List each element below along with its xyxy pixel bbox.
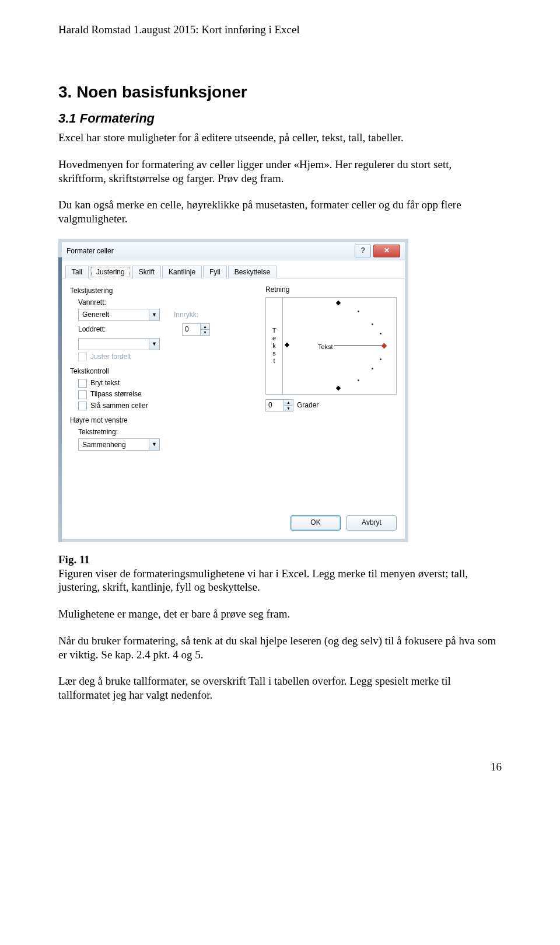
label-innrykk: Innrykk: [174,311,198,319]
tab-justering[interactable]: Justering [90,266,131,278]
group-label-retning: Retning [265,285,397,294]
figure-caption: Fig. 11 Figuren viser de formateringsmul… [58,553,502,594]
grader-value: 0 [266,401,284,409]
orientation-handle[interactable] [382,343,387,348]
grader-spinner[interactable]: 0 ▲▼ [265,399,293,412]
dialog-title: Formater celler [66,247,352,255]
group-label-hoyre-mot-venstre: Høyre mot venstre [70,416,251,424]
orientation-vertical-text[interactable]: Tekst [266,298,283,394]
label-vannrett: Vannrett: [70,298,113,306]
label-juster-fordelt: Juster fordelt [90,353,131,361]
innrykk-value: 0 [183,325,200,333]
paragraph: Excel har store muligheter for å editere… [58,131,502,145]
help-button[interactable]: ? [355,245,371,257]
document-header: Harald Romstad 1.august 2015: Kort innfø… [58,23,502,36]
orientation-text-label: Tekst [318,343,333,350]
checkbox-tilpass-storrelse[interactable]: Tilpass størrelse [70,390,251,399]
label-grader: Grader [297,401,318,409]
heading-subsection: 3.1 Formatering [58,111,502,126]
vannrett-value: Generelt [79,311,149,319]
label-bryt-tekst: Bryt tekst [90,379,120,387]
tab-beskyttelse[interactable]: Beskyttelse [228,266,276,278]
tab-tall[interactable]: Tall [65,266,89,278]
paragraph: Mulighetene er mange, det er bare å prøv… [58,607,502,621]
paragraph: Når du bruker formatering, så tenk at du… [58,634,502,662]
tabs-row: Tall Justering Skrift Kantlinje Fyll Bes… [62,260,405,278]
checkbox-icon [78,402,87,410]
label-loddrett: Loddrett: [70,325,113,333]
tab-fyll[interactable]: Fyll [203,266,227,278]
tekstretning-combo[interactable]: Sammenheng ▼ [78,438,160,451]
dialog-titlebar: Formater celler ? ✕ [62,242,405,260]
paragraph: Hovedmenyen for formatering av celler li… [58,158,502,186]
ok-button[interactable]: OK [290,515,341,531]
close-button[interactable]: ✕ [373,245,400,257]
label-tilpass: Tilpass størrelse [90,390,142,398]
checkbox-icon [78,390,87,399]
vannrett-combo[interactable]: Generelt ▼ [78,309,160,321]
checkbox-icon [78,379,87,388]
orientation-widget[interactable]: Tekst Tekst [265,297,397,395]
checkbox-icon [78,353,87,361]
loddrett-combo[interactable]: ▼ [78,338,160,350]
caption-text: Figuren viser de formateringsmulighetene… [58,567,468,594]
group-label-tekstjustering: Tekstjustering [70,287,251,295]
spinner-buttons[interactable]: ▲▼ [200,324,209,335]
checkbox-bryt-tekst[interactable]: Bryt tekst [70,379,251,388]
page-number: 16 [58,761,502,773]
label-sla-sammen: Slå sammen celler [90,402,148,410]
group-label-tekstkontroll: Tekstkontroll [70,367,251,375]
paragraph: Du kan også merke en celle, høyreklikke … [58,198,502,226]
label-tekstretning: Tekstretning: [70,428,125,436]
orientation-dial[interactable]: Tekst [283,298,396,394]
caption-lead: Fig. 11 [58,553,90,566]
heading-section: 3. Noen basisfunksjoner [58,83,502,102]
chevron-down-icon: ▼ [149,309,159,320]
spinner-buttons[interactable]: ▲▼ [284,400,293,411]
checkbox-sla-sammen[interactable]: Slå sammen celler [70,402,251,410]
tab-skrift[interactable]: Skrift [132,266,161,278]
innrykk-spinner[interactable]: 0 ▲▼ [182,323,210,336]
checkbox-juster-fordelt: Juster fordelt [70,353,251,361]
paragraph: Lær deg å bruke tallformater, se overskr… [58,674,502,702]
format-cells-dialog: Formater celler ? ✕ Tall Justering Skrif… [58,239,408,542]
chevron-down-icon: ▼ [149,439,159,450]
chevron-down-icon: ▼ [149,339,159,350]
tekstretning-value: Sammenheng [79,441,149,449]
cancel-button[interactable]: Avbryt [346,515,397,531]
tab-kantlinje[interactable]: Kantlinje [162,266,202,278]
